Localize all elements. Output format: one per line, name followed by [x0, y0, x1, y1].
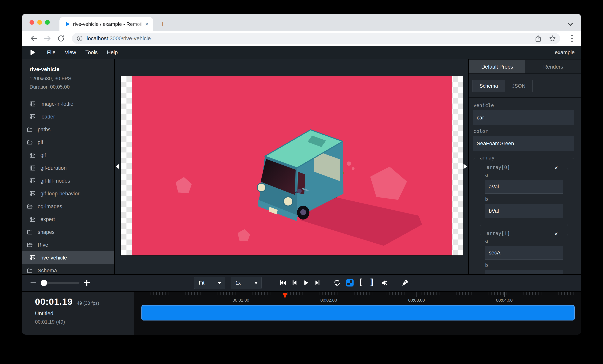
menu-view[interactable]: View	[60, 49, 81, 56]
fullscreen-window-button[interactable]	[45, 20, 50, 25]
array-fieldset: array array[0]×abarray[1]×ab	[473, 158, 574, 274]
zoom-in-icon[interactable]	[84, 280, 90, 286]
menu-help[interactable]: Help	[102, 49, 123, 56]
previous-frame-button[interactable]	[290, 279, 299, 287]
zoom-slider[interactable]	[41, 282, 80, 284]
browser-window: rive-vehicle / example - Remoti × + loca…	[22, 14, 581, 335]
field-input[interactable]	[485, 180, 563, 194]
playback-controls: Fit 1x [ ]	[194, 277, 409, 289]
sidebar-item-gif[interactable]: gif	[22, 136, 114, 149]
field-input[interactable]	[485, 204, 563, 218]
render-rocket-icon[interactable]	[401, 279, 409, 287]
film-icon	[30, 152, 36, 158]
main-area: rive-vehicle 1200x630, 30 FPS Duration 0…	[22, 59, 581, 274]
timeline-ruler[interactable]: 00:01.0000:02.0000:03.0000:04.00	[134, 292, 581, 335]
remove-item-icon[interactable]: ×	[552, 164, 560, 171]
ruler-time-label: 00:01.00	[232, 298, 249, 303]
volume-icon[interactable]	[380, 279, 389, 287]
loop-toggle-icon[interactable]	[333, 279, 341, 287]
fit-dropdown[interactable]: Fit	[194, 277, 225, 289]
remove-item-icon[interactable]: ×	[552, 230, 560, 237]
menu-file[interactable]: File	[42, 49, 60, 56]
field-input[interactable]	[485, 246, 563, 260]
project-name-label: example	[555, 49, 575, 56]
tab-default-props[interactable]: Default Props	[469, 60, 525, 73]
sidebar-item-image-in-lottie[interactable]: image-in-lottie	[22, 98, 114, 110]
sidebar-item-gif-fill-modes[interactable]: gif-fill-modes	[22, 174, 114, 187]
play-button[interactable]	[302, 279, 310, 287]
toggle-schema[interactable]: Schema	[473, 80, 505, 92]
sidebar-item-label: shapes	[38, 229, 55, 235]
playhead-marker[interactable]	[283, 293, 287, 298]
minimize-window-button[interactable]	[37, 20, 42, 25]
bookmark-star-icon[interactable]	[549, 34, 556, 42]
track-name: Untitled	[35, 310, 134, 317]
back-icon[interactable]	[30, 34, 38, 43]
browser-menu-icon[interactable]	[568, 34, 576, 43]
sidebar-item-gif[interactable]: gif	[22, 149, 114, 162]
sidebar-item-gif-duration[interactable]: gif-duration	[22, 162, 114, 174]
film-icon	[30, 191, 36, 197]
field-input[interactable]	[485, 270, 563, 274]
sidebar-item-expert[interactable]: expert	[22, 213, 114, 226]
new-tab-button[interactable]: +	[157, 19, 168, 30]
sidebar-item-gif-loop-behavior[interactable]: gif-loop-behavior	[22, 187, 114, 200]
tab-renders[interactable]: Renders	[525, 60, 581, 73]
speed-dropdown[interactable]: 1x	[231, 277, 262, 289]
sidebar-item-shapes[interactable]: shapes	[22, 226, 114, 239]
skip-to-start-button[interactable]	[278, 279, 287, 287]
schema-json-toggle: Schema JSON	[472, 80, 533, 92]
folder-open-icon	[27, 139, 33, 146]
reload-icon[interactable]	[57, 34, 65, 43]
set-out-point-button[interactable]: ]	[369, 278, 374, 288]
film-icon	[30, 165, 36, 171]
menu-tools[interactable]: Tools	[81, 49, 102, 56]
timeline: 00:01.19 49 (30 fps) Untitled 00:01.19 (…	[22, 292, 581, 335]
collapse-left-panel-icon[interactable]	[116, 164, 119, 169]
chevron-down-icon[interactable]	[566, 20, 575, 28]
sidebar-item-rive-vehicle[interactable]: rive-vehicle	[22, 251, 114, 264]
track-time: 00:01.19 (49)	[35, 319, 134, 325]
caret-down-icon	[218, 282, 221, 284]
browser-tab[interactable]: rive-vehicle / example - Remoti ×	[59, 17, 153, 31]
speed-dropdown-value: 1x	[235, 280, 241, 286]
collapse-right-panel-icon[interactable]	[464, 164, 467, 169]
sidebar-item-label: gif-fill-modes	[40, 178, 70, 184]
zoom-slider-thumb[interactable]	[41, 280, 47, 286]
sidebar-item-Schema[interactable]: Schema	[22, 264, 114, 274]
forward-icon[interactable]	[43, 34, 52, 43]
color-field[interactable]	[473, 136, 574, 151]
ruler-major-tick	[417, 292, 417, 297]
set-in-point-button[interactable]: [	[359, 278, 364, 288]
sidebar-item-label: paths	[38, 127, 50, 133]
sidebar-item-label: gif-loop-behavior	[40, 191, 80, 197]
toggle-json[interactable]: JSON	[505, 80, 532, 92]
ruler-major-tick	[504, 292, 505, 297]
sidebar-item-Rive[interactable]: Rive	[22, 239, 114, 251]
sidebar-item-loader[interactable]: loader	[22, 110, 114, 123]
share-icon[interactable]	[534, 34, 542, 42]
composition-duration: Duration 00:05.00	[30, 84, 108, 90]
vehicle-field[interactable]	[473, 110, 574, 125]
ruler-major-tick	[241, 292, 241, 297]
film-icon	[30, 178, 36, 184]
panel-divider	[468, 59, 469, 274]
site-info-icon[interactable]	[76, 35, 83, 42]
current-time: 00:01.19	[35, 296, 73, 307]
zoom-out-icon[interactable]	[31, 282, 36, 283]
color-field-label: color	[474, 128, 581, 134]
sidebar: rive-vehicle 1200x630, 30 FPS Duration 0…	[22, 59, 114, 274]
sidebar-item-paths[interactable]: paths	[22, 123, 114, 136]
field-label: b	[485, 196, 563, 202]
timeline-track-bar[interactable]	[141, 305, 575, 320]
composition-title: rive-vehicle	[30, 66, 108, 72]
url-bar[interactable]: localhost:3000/rive-vehicle	[72, 33, 560, 44]
close-window-button[interactable]	[30, 20, 34, 25]
tab-close-icon[interactable]: ×	[144, 21, 149, 27]
ruler-time-label: 00:04.00	[496, 298, 513, 303]
next-frame-button[interactable]	[313, 279, 322, 287]
sidebar-item-og-images[interactable]: og-images	[22, 200, 114, 213]
browser-navbar: localhost:3000/rive-vehicle	[22, 31, 581, 46]
transparency-toggle-icon[interactable]	[346, 279, 354, 287]
playhead-line[interactable]	[285, 294, 285, 335]
